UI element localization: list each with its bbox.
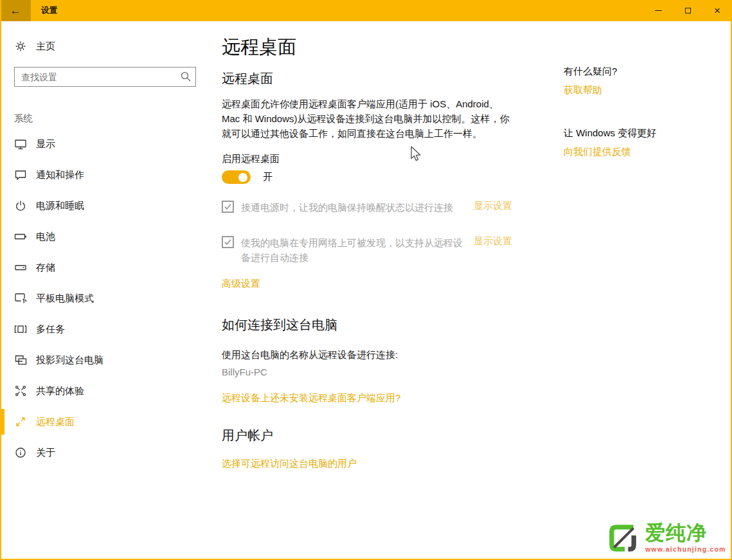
enable-remote-desktop-toggle-row: 开 <box>222 170 272 184</box>
advanced-settings-link[interactable]: 高级设置 <box>222 278 260 290</box>
about-icon <box>14 446 27 459</box>
aichunjing-logo-icon <box>606 521 639 555</box>
discoverable-checkbox[interactable] <box>222 236 234 248</box>
remote-desktop-icon <box>14 415 27 428</box>
discoverable-option-row: 使我的电脑在专用网络上可被发现，以支持从远程设备进行自动连接 显示设置 <box>222 235 512 265</box>
sidebar-item-notifications[interactable]: 通知和操作 <box>1 159 213 190</box>
section-title-remote-desktop: 远程桌面 <box>222 70 273 87</box>
shared-experiences-icon <box>14 384 27 397</box>
keep-awake-option-row: 接通电源时，让我的电脑保持唤醒状态以进行连接 显示设置 <box>222 200 512 215</box>
sidebar-item-multitasking[interactable]: 多任务 <box>1 314 213 345</box>
section-title-user-accounts: 用户帐户 <box>222 427 273 444</box>
close-icon: × <box>714 5 720 16</box>
sidebar-item-shared-experiences[interactable]: 共享的体验 <box>1 375 213 406</box>
keep-awake-checkbox[interactable] <box>222 201 234 213</box>
improve-windows-title: 让 Windows 变得更好 <box>564 127 656 140</box>
power-icon <box>14 199 27 212</box>
multitasking-icon <box>14 323 27 336</box>
back-arrow-icon: ← <box>10 5 21 17</box>
select-users-link[interactable]: 选择可远程访问这台电脑的用户 <box>222 458 357 470</box>
sidebar-item-battery[interactable]: 电池 <box>1 221 213 252</box>
mouse-cursor <box>411 146 422 163</box>
minimize-icon <box>655 10 662 11</box>
keep-awake-show-settings-link[interactable]: 显示设置 <box>474 200 512 212</box>
sidebar-item-storage[interactable]: 存储 <box>1 252 213 283</box>
keep-awake-label: 接通电源时，让我的电脑保持唤醒状态以进行连接 <box>241 200 467 215</box>
gear-icon <box>14 40 27 53</box>
storage-icon <box>14 261 27 274</box>
discoverable-label: 使我的电脑在专用网络上可被发现，以支持从远程设备进行自动连接 <box>241 235 467 265</box>
client-app-link[interactable]: 远程设备上还未安装远程桌面客户端应用? <box>222 392 400 404</box>
battery-icon <box>14 230 27 243</box>
section-title-how-to-connect: 如何连接到这台电脑 <box>222 316 337 334</box>
settings-window: ← 设置 × 主页 系统 显示 通知和操作 <box>0 0 732 560</box>
sidebar-item-about[interactable]: 关于 <box>1 437 213 468</box>
search-input[interactable] <box>14 67 196 87</box>
toggle-knob <box>238 173 247 182</box>
close-button[interactable]: × <box>702 0 732 21</box>
sidebar-item-power-sleep[interactable]: 电源和睡眠 <box>1 190 213 221</box>
projecting-icon <box>14 354 27 366</box>
remote-desktop-toggle[interactable] <box>222 170 251 184</box>
feedback-link[interactable]: 向我们提供反馈 <box>564 146 631 158</box>
page-title: 远程桌面 <box>222 35 296 60</box>
display-icon <box>14 138 27 150</box>
checkmark-icon <box>224 238 232 246</box>
tablet-mode-icon <box>14 292 27 305</box>
minimize-button[interactable] <box>643 0 673 21</box>
toggle-state-label: 开 <box>263 171 272 183</box>
window-controls: × <box>643 0 732 21</box>
get-help-link[interactable]: 获取帮助 <box>564 84 602 96</box>
notifications-icon <box>14 168 27 181</box>
sidebar-nav: 显示 通知和操作 电源和睡眠 电池 存储 平板电脑模式 多任务 投影到这台电脑 <box>1 129 213 468</box>
maximize-button[interactable] <box>673 0 702 21</box>
checkmark-icon <box>224 203 232 211</box>
connect-instruction: 使用这台电脑的名称从远程设备进行连接: <box>222 349 398 361</box>
window-title: 设置 <box>41 5 57 16</box>
sidebar-item-display[interactable]: 显示 <box>1 129 213 159</box>
help-question-title: 有什么疑问? <box>564 66 617 78</box>
back-button[interactable]: ← <box>0 0 31 21</box>
home-label: 主页 <box>36 41 55 53</box>
pc-name: BillyFu-PC <box>222 366 267 377</box>
search-box <box>14 67 196 87</box>
watermark-brand: 爱纯净 <box>645 521 726 545</box>
watermark: 爱纯净 www.aichunjing.com <box>606 521 726 555</box>
maximize-icon <box>685 8 691 14</box>
titlebar: ← 设置 × <box>0 0 732 21</box>
discoverable-show-settings-link[interactable]: 显示设置 <box>474 235 512 248</box>
sidebar-item-tablet-mode[interactable]: 平板电脑模式 <box>1 283 213 314</box>
enable-remote-desktop-label: 启用远程桌面 <box>222 153 280 165</box>
remote-desktop-description: 远程桌面允许你使用远程桌面客户端应用(适用于 iOS、Android、Mac 和… <box>222 96 516 141</box>
sidebar-item-remote-desktop[interactable]: 远程桌面 <box>1 406 213 437</box>
sidebar-group-system: 系统 <box>14 113 33 125</box>
sidebar-item-home[interactable]: 主页 <box>1 33 213 59</box>
search-icon <box>180 71 192 82</box>
sidebar-item-projecting[interactable]: 投影到这台电脑 <box>1 345 213 375</box>
watermark-url: www.aichunjing.com <box>645 545 726 553</box>
